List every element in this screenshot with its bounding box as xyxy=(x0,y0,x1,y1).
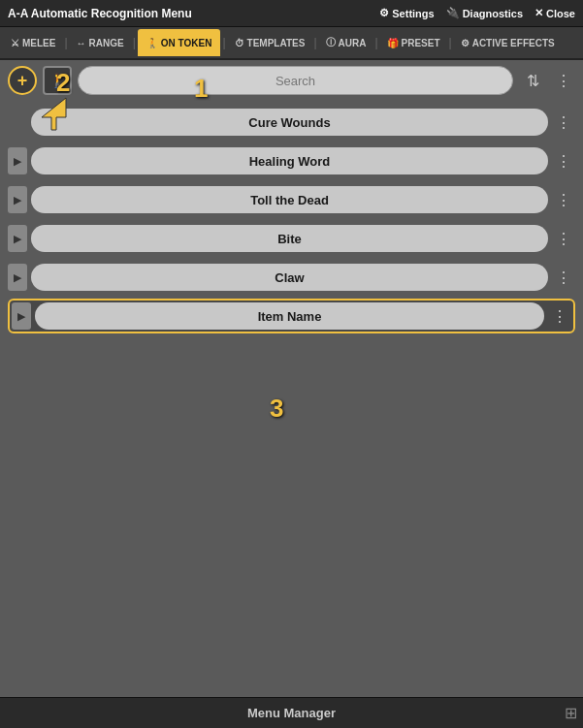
separator: | xyxy=(64,36,67,49)
expand-button[interactable]: ▶ xyxy=(8,264,27,291)
diagnostics-icon: 🔌 xyxy=(446,7,460,19)
annotation-2-arrow xyxy=(37,93,76,136)
activeeffects-icon: ⚙ xyxy=(461,38,470,48)
svg-marker-0 xyxy=(42,98,66,130)
gear-icon: ⚙ xyxy=(379,7,389,19)
title-bar-left: A-A Automatic Recognition Menu xyxy=(8,7,192,20)
table-row: ▶ Toll the Dead ⋮ xyxy=(8,182,575,217)
item-more-button[interactable]: ⋮ xyxy=(552,264,575,291)
table-row: ▶ Claw ⋮ xyxy=(8,260,575,295)
item-item-name[interactable]: Item Name xyxy=(35,302,544,330)
menu-manager-label: Menu Manager xyxy=(247,706,336,720)
separator: | xyxy=(222,36,225,49)
separator: | xyxy=(133,36,136,49)
settings-button[interactable]: ⚙ Settings xyxy=(379,7,434,19)
tab-melee[interactable]: ⚔ MELEE xyxy=(4,29,62,56)
item-more-button[interactable]: ⋮ xyxy=(552,186,575,213)
item-more-button[interactable]: ⋮ xyxy=(552,225,575,252)
toolbar: + 🚶 ⇅ ⋮ xyxy=(0,60,583,101)
melee-icon: ⚔ xyxy=(11,38,19,48)
expand-button[interactable]: ▶ xyxy=(8,147,27,174)
item-more-button[interactable]: ⋮ xyxy=(548,302,571,330)
tab-activeeffects[interactable]: ⚙ ACTIVE EFFECTS xyxy=(454,29,562,56)
table-row: ▶ Item Name ⋮ xyxy=(8,299,575,333)
bottom-bar-icon: ⊞ xyxy=(565,704,577,722)
item-more-button[interactable]: ⋮ xyxy=(552,147,575,174)
add-button[interactable]: + xyxy=(8,66,37,95)
items-list: ▶ Cure Wounds ⋮ ▶ Healing Word ⋮ ▶ Toll … xyxy=(0,101,583,337)
table-row: ▶ Healing Word ⋮ xyxy=(8,143,575,178)
tab-templates[interactable]: ⏱ TEMPLATES xyxy=(228,29,312,56)
toolbar-more-button[interactable]: ⋮ xyxy=(552,67,575,94)
separator: | xyxy=(449,36,452,49)
sort-button[interactable]: ⇅ xyxy=(519,67,546,94)
item-bite[interactable]: Bite xyxy=(31,225,548,252)
item-toll-the-dead[interactable]: Toll the Dead xyxy=(31,186,548,213)
title-text: A-A Automatic Recognition Menu xyxy=(8,7,192,20)
close-button[interactable]: ✕ Close xyxy=(534,7,575,19)
tab-aura[interactable]: ⓘ AURA xyxy=(319,29,373,56)
annotation-1: 1 xyxy=(194,74,208,104)
title-bar: A-A Automatic Recognition Menu ⚙ Setting… xyxy=(0,0,583,27)
item-cure-wounds[interactable]: Cure Wounds xyxy=(31,109,548,136)
item-healing-word[interactable]: Healing Word xyxy=(31,147,548,174)
close-icon: ✕ xyxy=(534,7,543,19)
tab-range[interactable]: ↔ RANGE xyxy=(70,29,131,56)
ontoken-icon: 🚶 xyxy=(146,38,158,48)
title-bar-right: ⚙ Settings 🔌 Diagnostics ✕ Close xyxy=(379,7,575,19)
annotation-3: 3 xyxy=(270,394,283,424)
item-claw[interactable]: Claw xyxy=(31,264,548,291)
nav-tabs: ⚔ MELEE | ↔ RANGE | 🚶 ON TOKEN | ⏱ TEMPL… xyxy=(0,27,583,60)
expand-button[interactable]: ▶ xyxy=(12,302,31,330)
templates-icon: ⏱ xyxy=(235,38,244,48)
tab-ontoken[interactable]: 🚶 ON TOKEN xyxy=(138,29,221,56)
expand-button[interactable]: ▶ xyxy=(8,225,27,252)
search-input[interactable] xyxy=(78,66,513,95)
aura-icon: ⓘ xyxy=(326,36,336,49)
item-more-button[interactable]: ⋮ xyxy=(552,109,575,136)
separator: | xyxy=(374,36,377,49)
table-row: ▶ Cure Wounds ⋮ xyxy=(8,105,575,140)
range-icon: ↔ xyxy=(77,38,86,48)
preset-icon: 🎁 xyxy=(387,38,399,48)
bottom-bar: Menu Manager ⊞ xyxy=(0,697,583,728)
diagnostics-button[interactable]: 🔌 Diagnostics xyxy=(446,7,523,19)
tab-preset[interactable]: 🎁 PRESET xyxy=(380,29,447,56)
separator: | xyxy=(313,36,316,49)
expand-button[interactable]: ▶ xyxy=(8,186,27,213)
table-row: ▶ Bite ⋮ xyxy=(8,221,575,256)
